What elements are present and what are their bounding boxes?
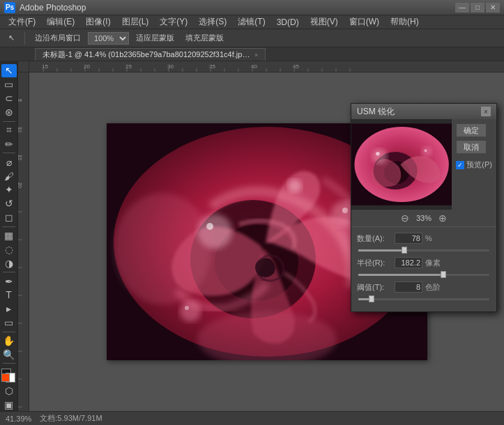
usm-preview-checkbox-row: ✓ 预览(P): [456, 160, 492, 170]
toolbar-separator-1: [24, 32, 25, 45]
usm-threshold-unit: 色阶: [425, 282, 441, 293]
tool-separator-2: [3, 153, 15, 153]
menu-file[interactable]: 文件(F): [3, 15, 41, 29]
tool-separator-3: [3, 226, 15, 227]
usm-amount-row: 数量(A): %: [357, 233, 491, 244]
tool-marquee[interactable]: ▭: [1, 78, 17, 91]
menu-view[interactable]: 视图(V): [305, 15, 344, 29]
tool-clone[interactable]: ✦: [1, 183, 17, 196]
tool-eraser[interactable]: ◻: [1, 211, 17, 224]
tool-healing[interactable]: ⌀: [1, 155, 17, 169]
titlebar-left: Ps Adobe Photoshop: [4, 2, 86, 13]
tool-quick-mask[interactable]: ⬡: [1, 384, 17, 397]
tool-history-brush[interactable]: ↺: [1, 197, 17, 210]
usm-radius-input[interactable]: [395, 257, 422, 268]
usm-preview-label: 预览(P): [466, 160, 492, 170]
menu-help[interactable]: 帮助(H): [385, 15, 425, 29]
tool-dodge[interactable]: ◑: [1, 256, 17, 270]
usm-amount-slider-row: [357, 249, 491, 252]
fit-button[interactable]: 适应层蒙版: [132, 31, 178, 45]
svg-point-54: [180, 301, 201, 322]
maximize-button[interactable]: □: [471, 3, 484, 13]
tool-magic-wand[interactable]: ⊛: [1, 106, 17, 119]
usm-amount-label: 数量(A):: [357, 233, 392, 244]
zoom-out-icon[interactable]: ⊖: [401, 212, 409, 224]
svg-point-67: [372, 148, 388, 164]
tool-brush[interactable]: 🖌: [1, 169, 17, 183]
svg-point-56: [288, 179, 302, 193]
usm-amount-thumb[interactable]: [402, 247, 407, 254]
ruler-horizontal: 15 20 25 30 35 40 45: [29, 61, 504, 72]
tool-separator-1: [3, 121, 15, 122]
menu-filter[interactable]: 滤镜(T): [232, 15, 270, 29]
tool-path-select[interactable]: ▸: [1, 302, 17, 316]
tool-separator-4: [3, 272, 15, 272]
usm-radius-row: 半径(R): 像素: [357, 257, 491, 268]
move-tool-button[interactable]: ↖: [4, 32, 19, 44]
tool-crop[interactable]: ⌗: [1, 123, 17, 137]
fill-button[interactable]: 填充层蒙版: [181, 31, 228, 45]
titlebar-controls[interactable]: — □ ✕: [455, 3, 500, 13]
menu-window[interactable]: 窗口(W): [344, 15, 385, 29]
document-tab[interactable]: 未标题-1 @ 41.4% (01b2365be79a7ba801209252f…: [35, 48, 266, 61]
tool-move[interactable]: ↖: [1, 64, 17, 77]
usm-threshold-slider[interactable]: [358, 298, 489, 300]
zoom-select[interactable]: 100% 50% 25%: [88, 32, 129, 45]
usm-action-buttons: 确定 取消 ✓ 预览(P): [452, 119, 496, 210]
usm-close-button[interactable]: ×: [481, 107, 491, 116]
svg-text:30: 30: [167, 63, 174, 70]
toolbox: ↖ ▭ ⊂ ⊛ ⌗ ✏ ⌀ 🖌 ✦ ↺ ◻ ▦ ◌ ◑ ✒ T ▸ ▭ ✋ 🔍 …: [0, 61, 18, 411]
tool-pen[interactable]: ✒: [1, 275, 17, 288]
color-swatch[interactable]: [1, 369, 17, 382]
usm-confirm-button[interactable]: 确定: [456, 123, 487, 137]
usm-amount-input[interactable]: [395, 233, 422, 244]
main-area: ↖ ▭ ⊂ ⊛ ⌗ ✏ ⌀ 🖌 ✦ ↺ ◻ ▦ ◌ ◑ ✒ T ▸ ▭ ✋ 🔍 …: [0, 61, 504, 411]
usm-preview-checkbox[interactable]: ✓: [456, 161, 464, 169]
usm-radius-slider[interactable]: [358, 274, 489, 276]
menu-3d[interactable]: 3D(D): [271, 16, 305, 29]
svg-rect-0: [29, 61, 504, 72]
svg-text:15: 15: [42, 63, 48, 70]
tab-close-icon[interactable]: ×: [254, 52, 258, 59]
ruler-corner: [18, 61, 29, 72]
view-layout-button[interactable]: 边沿布局窗口: [31, 31, 85, 45]
tool-lasso[interactable]: ⊂: [1, 92, 17, 105]
svg-text:45: 45: [293, 63, 299, 70]
tool-hand[interactable]: ✋: [1, 334, 17, 348]
menu-edit[interactable]: 编辑(E): [41, 15, 80, 29]
svg-text:5: 5: [18, 99, 22, 102]
usm-threshold-label: 阈值(T):: [357, 282, 392, 293]
menu-layer[interactable]: 图层(L): [116, 15, 155, 29]
usm-dialog: USM 锐化 ×: [351, 103, 497, 312]
titlebar: Ps Adobe Photoshop — □ ✕: [0, 0, 504, 15]
svg-point-59: [185, 306, 189, 310]
svg-text:20: 20: [84, 63, 90, 70]
tool-blur[interactable]: ◌: [1, 242, 17, 256]
canvas-area[interactable]: 15 20 25 30 35 40 45: [18, 61, 504, 411]
usm-dialog-titlebar[interactable]: USM 锐化 ×: [351, 104, 496, 119]
menu-select[interactable]: 选择(S): [193, 15, 232, 29]
app-title: Adobe Photoshop: [20, 3, 86, 13]
tool-text[interactable]: T: [1, 288, 17, 302]
usm-amount-slider[interactable]: [358, 249, 489, 252]
tool-separator-5: [3, 332, 15, 332]
usm-dialog-title: USM 锐化: [357, 106, 395, 118]
tool-zoom[interactable]: 🔍: [1, 348, 17, 362]
menu-text[interactable]: 文字(Y): [154, 15, 193, 29]
tool-eyedropper[interactable]: ✏: [1, 137, 17, 150]
menu-image[interactable]: 图像(I): [80, 15, 116, 29]
usm-threshold-row: 阈值(T): 色阶: [357, 281, 491, 293]
minimize-button[interactable]: —: [455, 3, 469, 13]
tool-gradient[interactable]: ▦: [1, 229, 17, 242]
svg-rect-31: [18, 72, 29, 411]
tool-screen-mode[interactable]: ▣: [1, 398, 17, 411]
usm-threshold-thumb[interactable]: [369, 295, 374, 302]
close-button[interactable]: ✕: [486, 3, 500, 13]
svg-text:10: 10: [18, 127, 22, 132]
usm-radius-thumb[interactable]: [441, 271, 446, 278]
zoom-in-icon[interactable]: ⊕: [438, 212, 447, 224]
tab-filename: 未标题-1 @ 41.4% (01b2365be79a7ba801209252f…: [43, 49, 252, 60]
usm-threshold-input[interactable]: [395, 281, 422, 293]
tool-shape[interactable]: ▭: [1, 316, 17, 330]
usm-cancel-button[interactable]: 取消: [456, 140, 487, 154]
